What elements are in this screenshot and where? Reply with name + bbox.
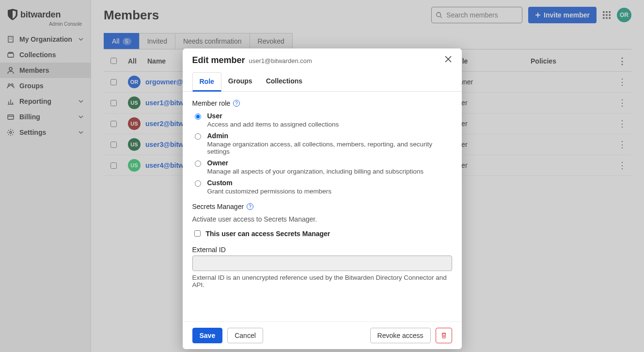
role-desc: Access and add items to assigned collect…	[207, 121, 339, 128]
help-icon[interactable]: ?	[233, 100, 240, 107]
external-id-hint: External ID is an unencrypted reference …	[192, 274, 452, 288]
role-option[interactable]: Owner Manage all aspects of your organiz…	[192, 159, 452, 175]
role-option[interactable]: Admin Manage organization access, all co…	[192, 132, 452, 155]
revoke-access-button[interactable]: Revoke access	[370, 328, 431, 343]
edit-member-modal: Edit member user1@bitwarden.com Role Gro…	[183, 48, 462, 349]
modal-tabs: Role Groups Collections	[183, 72, 462, 92]
role-desc: Grant customized permissions to members	[207, 188, 332, 195]
external-id-input[interactable]	[192, 256, 452, 271]
role-option[interactable]: Custom Grant customized permissions to m…	[192, 179, 452, 195]
role-name: Admin	[207, 132, 452, 140]
role-radio[interactable]	[195, 160, 201, 167]
secrets-desc: Activate user access to Secrets Manager.	[192, 215, 452, 223]
save-button[interactable]: Save	[192, 328, 223, 343]
modal-subtitle: user1@bitwarden.com	[249, 57, 312, 64]
member-role-label: Member role	[192, 99, 231, 107]
role-radio[interactable]	[195, 113, 201, 120]
role-radio[interactable]	[195, 133, 201, 140]
secrets-check-label: This user can access Secrets Manager	[206, 230, 330, 238]
role-name: Custom	[207, 179, 332, 187]
trash-icon	[440, 332, 447, 339]
external-id-label: External ID	[192, 246, 452, 254]
secrets-access-checkbox[interactable]	[194, 230, 201, 237]
close-icon[interactable]	[444, 55, 452, 63]
role-radio[interactable]	[195, 180, 201, 187]
role-desc: Manage organization access, all collecti…	[207, 141, 452, 155]
role-option[interactable]: User Access and add items to assigned co…	[192, 112, 452, 128]
help-icon[interactable]: ?	[247, 203, 253, 210]
secrets-access-row[interactable]: This user can access Secrets Manager	[192, 229, 452, 238]
modal-title: Edit member	[192, 55, 245, 65]
role-name: User	[207, 112, 339, 120]
delete-button[interactable]	[436, 328, 452, 343]
role-desc: Manage all aspects of your organization,…	[207, 168, 424, 175]
modal-tab-role[interactable]: Role	[192, 72, 221, 92]
modal-overlay: Edit member user1@bitwarden.com Role Gro…	[0, 0, 644, 352]
role-name: Owner	[207, 159, 424, 167]
cancel-button[interactable]: Cancel	[227, 328, 263, 343]
secrets-manager-label: Secrets Manager	[192, 203, 244, 210]
modal-tab-collections[interactable]: Collections	[259, 72, 309, 92]
modal-tab-groups[interactable]: Groups	[221, 72, 259, 92]
